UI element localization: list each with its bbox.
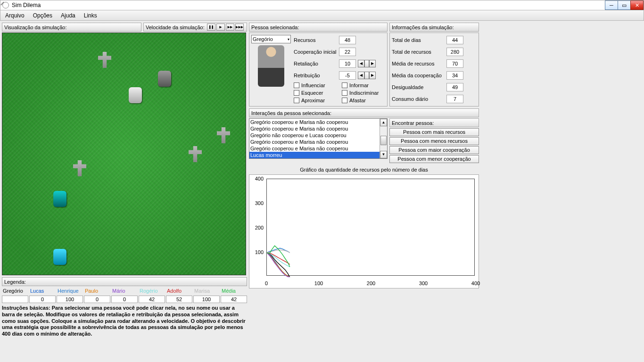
media-coop-label: Média da cooperação xyxy=(392,73,444,78)
find-most-coop-button[interactable]: Pessoa com maior cooperação xyxy=(389,146,479,154)
find-person-label: Encontrar pessoa: xyxy=(389,118,479,127)
find-most-resources-button[interactable]: Pessoa com mais recursos xyxy=(389,128,479,136)
desigualdade-label: Desigualdade xyxy=(392,84,444,90)
selected-person-label: Pessoa selecionada: xyxy=(249,23,388,32)
sim-stats-panel: Total de dias 44 Total de recursos 280 M… xyxy=(389,33,479,107)
chart-ytick: 300 xyxy=(252,200,264,206)
consumo-value: 7 xyxy=(446,95,463,103)
chart-title: Gráfico da quantidade de recursos pelo n… xyxy=(249,167,479,173)
legend-value: 0 xyxy=(84,296,110,303)
media-coop-value: 34 xyxy=(446,71,463,80)
find-least-coop-button[interactable]: Pessoa com menor cooperação xyxy=(389,155,479,163)
person-select-value: Gregório xyxy=(253,36,273,42)
sim-speed-panel: Velocidade da simulação: ❚❚ ▶ ▶▶ ▶▶▶ xyxy=(143,23,247,32)
recursos-label: Recursos xyxy=(294,37,337,43)
total-recursos-label: Total de recursos xyxy=(392,49,444,55)
legend-label: Legenda: xyxy=(2,277,247,286)
legend-name[interactable]: Mário xyxy=(111,287,138,295)
coop-inicial-value: 22 xyxy=(339,48,356,56)
chart-xtick: 300 xyxy=(416,280,430,286)
legend-name[interactable]: Rogério xyxy=(139,287,165,295)
sim-view-label: Visualização da simulação: xyxy=(2,23,141,32)
legend-value: 100 xyxy=(193,296,220,303)
legend-name[interactable]: Média xyxy=(221,287,247,295)
window-controls: ─ ▭ ✕ xyxy=(605,0,644,10)
media-recursos-value: 70 xyxy=(446,59,463,68)
person-sprite[interactable] xyxy=(129,87,142,103)
interaction-row[interactable]: Gregório cooperou e Marisa não cooperou xyxy=(249,125,380,132)
total-dias-label: Total de dias xyxy=(392,37,444,43)
resources-chart: 1002003004000100200300400 xyxy=(249,174,479,288)
interaction-row[interactable]: Lucas morreu xyxy=(249,152,380,158)
legend-value: 0 xyxy=(111,296,138,303)
chk-influenciar[interactable]: Influenciar xyxy=(294,82,337,88)
chk-esquecer[interactable]: Esquecer xyxy=(294,90,337,96)
find-least-resources-button[interactable]: Pessoa com menos recursos xyxy=(389,137,479,145)
legend-name[interactable]: Paulo xyxy=(84,287,110,295)
minimize-button[interactable]: ─ xyxy=(605,0,618,10)
menu-arquivo[interactable]: Arquivo xyxy=(5,12,25,19)
chart-xtick: 0 xyxy=(259,280,273,286)
interaction-row[interactable]: Gregório cooperou e Marisa não cooperou xyxy=(249,145,380,152)
scroll-up-icon[interactable]: ▲ xyxy=(380,119,387,126)
legend-name[interactable]: Henrique xyxy=(57,287,83,295)
retribuicao-track[interactable] xyxy=(364,72,369,79)
chk-indiscriminar[interactable]: Indiscriminar xyxy=(342,90,385,96)
menubar: Arquivo Opções Ajuda Links xyxy=(0,10,644,21)
person-select[interactable]: Gregório ▾ xyxy=(251,35,291,43)
recursos-value: 48 xyxy=(339,36,356,44)
legend-name[interactable]: Gregório xyxy=(2,287,28,295)
instructions-text: Instruções básicas: Para selecionar uma … xyxy=(2,305,247,337)
chart-ytick: 100 xyxy=(252,249,264,255)
close-button[interactable]: ✕ xyxy=(630,0,644,10)
menu-ajuda[interactable]: Ajuda xyxy=(61,12,75,19)
app-icon xyxy=(2,2,9,8)
chart-xtick: 100 xyxy=(312,280,326,286)
chk-afastar[interactable]: Afastar xyxy=(342,98,385,103)
interactions-list[interactable]: Gregório cooperou e Marisa não cooperouG… xyxy=(249,118,388,159)
retaliacao-value[interactable]: 10 xyxy=(339,59,356,68)
retribuicao-inc[interactable]: ▶ xyxy=(369,72,376,79)
legend-name[interactable]: Lucas xyxy=(29,287,56,295)
person-sprite[interactable] xyxy=(53,249,66,265)
titlebar: Sim Dilema ─ ▭ ✕ xyxy=(0,0,644,10)
chart-xtick: 200 xyxy=(364,280,378,286)
speed-pause-button[interactable]: ❚❚ xyxy=(207,24,215,31)
interaction-row[interactable]: Gregório cooperou e Marisa não cooperou xyxy=(249,139,380,145)
menu-links[interactable]: Links xyxy=(84,12,97,19)
retaliacao-inc[interactable]: ▶ xyxy=(369,60,376,67)
chart-ytick: 400 xyxy=(252,176,264,181)
chevron-down-icon: ▾ xyxy=(288,37,289,41)
legend-name[interactable]: Marisa xyxy=(193,287,220,295)
legend-value: 42 xyxy=(139,296,165,303)
retribuicao-dec[interactable]: ◀ xyxy=(358,72,364,79)
legend-name[interactable]: Adolfo xyxy=(166,287,192,295)
maximize-button[interactable]: ▭ xyxy=(618,0,631,10)
chart-ytick: 200 xyxy=(252,225,264,230)
scroll-thumb[interactable] xyxy=(380,136,387,145)
interaction-row[interactable]: Gregório não cooperou e Lucas cooperou xyxy=(249,132,380,139)
speed-fast-button[interactable]: ▶▶ xyxy=(226,24,234,31)
chk-informar[interactable]: Informar xyxy=(342,82,385,88)
speed-play-button[interactable]: ▶ xyxy=(216,24,225,31)
legend-value: 52 xyxy=(166,296,192,303)
menu-opcoes[interactable]: Opções xyxy=(33,12,52,19)
legend-value: 42 xyxy=(221,296,247,303)
sim-speed-label: Velocidade da simulação: xyxy=(146,25,205,30)
person-avatar xyxy=(258,45,284,87)
simulation-canvas[interactable] xyxy=(2,33,246,275)
retribuicao-value[interactable]: -5 xyxy=(339,71,356,80)
retaliacao-dec[interactable]: ◀ xyxy=(358,60,364,67)
person-sprite[interactable] xyxy=(53,191,66,207)
interactions-scrollbar[interactable]: ▲ ▼ xyxy=(380,119,387,158)
retribuicao-label: Retribuição xyxy=(294,73,337,78)
interaction-row[interactable]: Gregório cooperou e Marisa não cooperou xyxy=(249,119,380,125)
scroll-down-icon[interactable]: ▼ xyxy=(380,151,387,158)
window-title: Sim Dilema xyxy=(12,2,41,8)
chk-aproximar[interactable]: Aproximar xyxy=(294,98,337,103)
chart-xtick: 400 xyxy=(469,280,483,286)
speed-faster-button[interactable]: ▶▶▶ xyxy=(235,24,244,31)
retaliacao-track[interactable] xyxy=(364,60,369,67)
legend-value xyxy=(2,296,28,303)
person-sprite[interactable] xyxy=(158,71,171,87)
